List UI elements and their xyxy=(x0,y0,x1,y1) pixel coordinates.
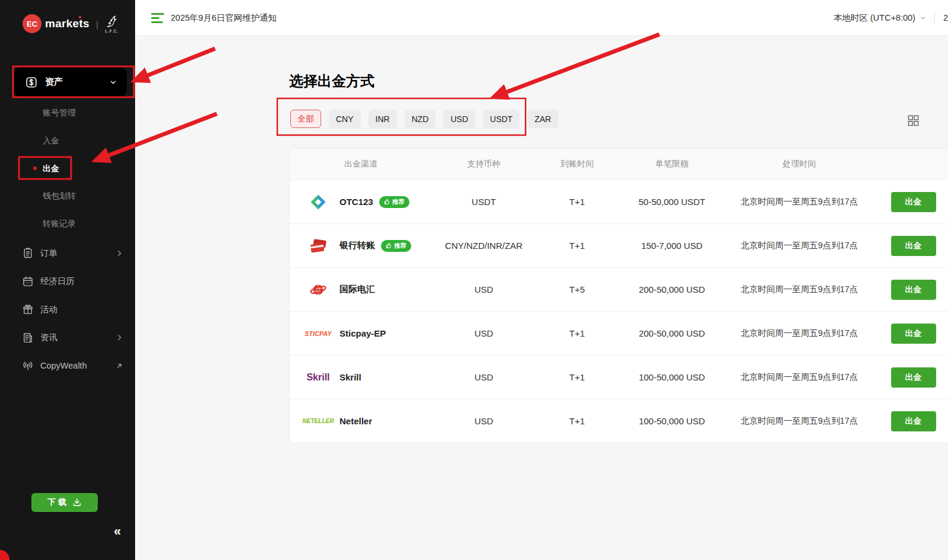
arrival-cell: T+1 xyxy=(536,372,619,382)
table-row: Skrill Skrill USD T+1 100-50,000 USD 北京时… xyxy=(290,355,948,399)
sidebar-item-label: 资产 xyxy=(45,76,63,88)
arrival-cell: T+1 xyxy=(536,328,619,338)
filter-chip-USD[interactable]: USD xyxy=(443,110,475,128)
topbar-divider xyxy=(934,12,935,23)
lfc-logo: L.F.C. xyxy=(105,14,119,33)
sidebar-item-assets[interactable]: 资产 xyxy=(14,68,127,97)
limit-cell: 200-50,000 USD xyxy=(619,328,725,338)
neteller-wordmark: NETELLER xyxy=(304,418,332,424)
liver-bird-icon xyxy=(105,14,119,28)
table-row: 银行转账推荐 CNY/NZD/INR/ZAR T+1 150-7,000 USD… xyxy=(290,223,948,267)
withdraw-button[interactable]: 出金 xyxy=(891,192,936,212)
arrival-cell: T+5 xyxy=(536,284,619,295)
withdrawal-methods-table: 出金渠道支持币种到账时间单笔限额处理时间 OTC123推荐 USDT T+1 5… xyxy=(289,148,948,443)
currency-cell: USDT xyxy=(432,197,536,207)
processing-cell: 北京时间周一至周五9点到17点 xyxy=(725,414,873,428)
chevron-right-icon xyxy=(116,334,123,341)
limit-cell: 50-50,000 USDT xyxy=(619,197,725,207)
dollar-square-icon xyxy=(25,76,38,89)
clipboard-icon xyxy=(21,247,34,259)
clock-partial: 2 xyxy=(943,13,948,23)
currency-cell: USD xyxy=(432,372,536,382)
topbar: 2025年9月6日官网维护通知 本地时区 (UTC+8:00) 2 xyxy=(135,0,948,36)
sidebar-item-economic-calendar[interactable]: 经济日历 xyxy=(0,273,135,290)
column-header: 单笔限额 xyxy=(619,159,725,169)
column-header: 处理时间 xyxy=(725,159,873,169)
channel-name: OTC123 xyxy=(340,197,373,207)
announcement-link[interactable]: 2025年9月6日官网维护通知 xyxy=(151,0,277,36)
processing-cell: 北京时间周一至周五9点到17点 xyxy=(725,370,873,385)
currency-cell: USD xyxy=(432,328,536,338)
channel-cell: OTC123推荐 xyxy=(290,193,432,211)
channel-name: Neteller xyxy=(340,416,372,426)
channel-name: Sticpay-EP xyxy=(340,328,386,338)
withdraw-button[interactable]: 出金 xyxy=(891,411,936,431)
withdraw-button[interactable]: 出金 xyxy=(891,367,936,388)
download-icon xyxy=(72,498,82,507)
sidebar-item-label: CopyWealth xyxy=(40,361,87,370)
sidebar-item-copywealth[interactable]: CopyWealth xyxy=(0,357,135,374)
arrival-cell: T+1 xyxy=(536,197,619,207)
filter-chip-USDT[interactable]: USDT xyxy=(483,110,520,128)
recommended-badge: 推荐 xyxy=(381,240,411,252)
recommended-badge: 推荐 xyxy=(379,196,409,208)
download-label: 下载 xyxy=(47,497,69,508)
neteller-logo: NETELLER xyxy=(303,418,334,424)
withdraw-button[interactable]: 出金 xyxy=(891,280,936,300)
lfc-label: L.F.C. xyxy=(105,29,118,33)
channel-cell: NETELLER Neteller xyxy=(290,416,432,426)
channel-name: Skrill xyxy=(340,372,361,382)
column-header: 到账时间 xyxy=(536,159,619,169)
sidebar-item-news[interactable]: 资讯 xyxy=(0,329,135,346)
filter-chip-CNY[interactable]: CNY xyxy=(329,110,361,128)
caret-down-icon xyxy=(920,15,926,21)
sidebar-item-account-management[interactable]: 账号管理 xyxy=(43,106,76,119)
currency-cell: USD xyxy=(432,416,536,426)
sidebar: EC markets | L.F.C. 资产 账号管理入金出金钱包划转转账记录 … xyxy=(0,0,135,560)
sidebar-item-wallet-transfer[interactable]: 钱包划转 xyxy=(43,189,76,202)
timezone-selector[interactable]: 本地时区 (UTC+8:00) xyxy=(834,12,915,24)
withdraw-button[interactable]: 出金 xyxy=(891,324,936,344)
processing-cell: 北京时间周一至周五9点到17点 xyxy=(725,283,873,297)
channel-cell: STICPAY Sticpay-EP xyxy=(290,328,432,338)
sidebar-item-label: 资讯 xyxy=(40,332,57,343)
news-icon xyxy=(21,332,34,344)
download-button[interactable]: 下载 xyxy=(31,493,98,512)
column-header: 出金渠道 xyxy=(290,159,432,169)
sidebar-item-activities[interactable]: 活动 xyxy=(0,301,135,318)
card-view-toggle-icon[interactable] xyxy=(907,114,920,127)
processing-cell: 北京时间周一至周五9点到17点 xyxy=(725,195,873,209)
sidebar-item-orders[interactable]: 订单 xyxy=(0,245,135,261)
currency-cell: USD xyxy=(432,284,536,295)
skrill-wordmark: Skrill xyxy=(304,372,332,383)
sidebar-item-withdraw[interactable]: 出金 xyxy=(43,162,59,175)
logo-divider: | xyxy=(96,19,98,29)
table-row: NETELLER Neteller USD T+1 100-50,000 USD… xyxy=(290,399,948,443)
calendar-icon xyxy=(21,276,34,287)
wire-transfer-icon xyxy=(304,281,332,299)
otc123-icon xyxy=(304,193,332,211)
filter-chip-ZAR[interactable]: ZAR xyxy=(527,110,558,128)
collapse-sidebar-button[interactable]: « xyxy=(114,524,121,539)
page-title: 选择出金方式 xyxy=(289,72,374,91)
sidebar-item-label: 活动 xyxy=(40,304,57,315)
filter-chip-NZD[interactable]: NZD xyxy=(405,110,436,128)
broadcast-icon xyxy=(21,360,34,372)
sidebar-item-label: 经济日历 xyxy=(40,276,75,287)
channel-cell: 银行转账推荐 xyxy=(290,237,432,255)
filter-chip-全部[interactable]: 全部 xyxy=(290,110,321,128)
withdraw-button[interactable]: 出金 xyxy=(891,236,936,256)
filter-chip-INR[interactable]: INR xyxy=(369,110,397,128)
channel-name: 银行转账 xyxy=(340,240,375,251)
table-row: STICPAY Sticpay-EP USD T+1 200-50,000 US… xyxy=(290,311,948,355)
limit-cell: 100-50,000 USD xyxy=(619,416,725,426)
external-link-icon xyxy=(116,362,123,370)
sidebar-item-deposit[interactable]: 入金 xyxy=(43,134,59,147)
limit-cell: 200-50,000 USD xyxy=(619,284,725,295)
thumb-up-icon xyxy=(384,199,390,205)
annotation-arrow-filters xyxy=(502,34,659,94)
channel-cell: Skrill Skrill xyxy=(290,372,432,383)
skrill-logo: Skrill xyxy=(306,372,329,383)
processing-cell: 北京时间周一至周五9点到17点 xyxy=(725,239,873,253)
sidebar-item-transfer-records[interactable]: 转账记录 xyxy=(43,217,76,230)
